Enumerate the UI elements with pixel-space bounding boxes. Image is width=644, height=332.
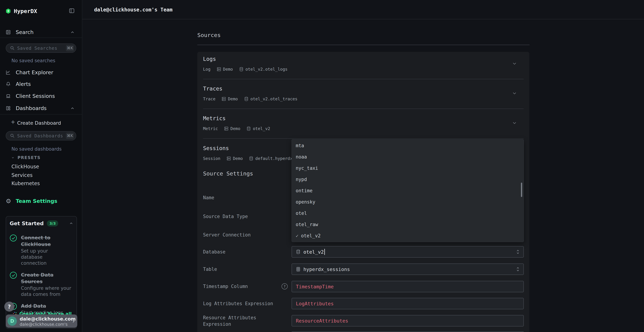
timestamp-help-icon[interactable]: ?	[282, 283, 288, 290]
user-email: dale@clickhouse.com	[20, 316, 76, 322]
section-meta-logs[interactable]: Log Demo otel_v2.otel_logs	[203, 67, 288, 72]
dropdown-option-nyc-taxi[interactable]: nyc_taxi	[292, 162, 524, 174]
preset-services[interactable]: Services	[12, 172, 32, 178]
table-select[interactable]: hyperdx_sessions	[292, 264, 524, 275]
section-meta-metrics[interactable]: Metric Demo otel_v2	[203, 126, 270, 131]
sidebar-item-team-settings[interactable]: ⚙ Team Settings	[0, 196, 82, 206]
divider	[197, 45, 530, 45]
dropdown-option-otel[interactable]: otel	[292, 208, 524, 219]
label-database: Database	[203, 249, 226, 255]
option-label: mta	[296, 143, 304, 148]
saved-dashboards-placeholder: Saved Dashboards	[17, 133, 63, 138]
section-meta-traces[interactable]: Trace Demo otel_v2.otel_traces	[203, 96, 298, 101]
check-circle-icon	[10, 272, 17, 297]
sidebar-item-label: Dashboards	[16, 105, 46, 111]
log-attributes-input[interactable]: LogAttributes	[292, 298, 524, 309]
log-attributes-value: LogAttributes	[296, 301, 334, 306]
timestamp-column-input[interactable]: TimestampTime	[292, 281, 524, 292]
hyperdx-app-window: HyperDX Search Saved Searches ⌘K No save…	[0, 0, 644, 332]
divider	[203, 138, 524, 139]
topbar: dale@clickhouse.com's Team	[82, 0, 644, 19]
sidebar-item-client-sessions[interactable]: Client Sessions	[0, 91, 82, 101]
create-dashboard-button[interactable]: + Create Dashboard	[0, 118, 82, 128]
option-label: otel_v2	[301, 233, 321, 238]
search-icon	[10, 46, 15, 50]
option-label: otel_raw	[296, 222, 318, 227]
preset-kubernetes[interactable]: Kubernetes	[12, 180, 40, 186]
resource-attributes-input[interactable]: ResourceAttributes	[292, 315, 524, 326]
dropdown-option-otel-v2-selected[interactable]: ✓ otel_v2	[292, 230, 524, 241]
dropdown-option-mta[interactable]: mta	[292, 140, 524, 151]
plus-icon: +	[11, 119, 15, 125]
get-started-header[interactable]: Get Started 3/3	[10, 220, 73, 226]
create-dashboard-label: Create Dashboard	[17, 120, 61, 126]
collapse-sidebar-icon[interactable]	[69, 8, 74, 13]
shortcut-badge: ⌘K	[66, 132, 74, 139]
label-timestamp-column: Timestamp Column	[203, 283, 248, 290]
section-title-sessions: Sessions	[203, 145, 229, 151]
table-name: otel_v2.otel_logs	[246, 67, 288, 72]
divider	[203, 79, 524, 79]
question-mark: ?	[284, 284, 286, 288]
chevron-down-icon[interactable]	[512, 61, 517, 66]
source-type: Metric	[203, 126, 218, 131]
chevron-up-icon[interactable]	[70, 30, 74, 34]
user-org: dale@clickhouse.com's	[20, 322, 68, 327]
dropdown-scrollbar-thumb[interactable]	[521, 183, 522, 197]
table-value: hyperdx_sessions	[304, 266, 350, 272]
page-title: Sources	[197, 32, 221, 38]
get-started-item-desc: Configure where your data comes from	[21, 285, 73, 297]
get-started-item-title: Create Data Sources	[21, 272, 73, 285]
chart-icon	[6, 70, 11, 75]
get-started-item-sources[interactable]: Create Data Sources Configure where your…	[10, 272, 73, 297]
connection-name: Demo	[233, 156, 243, 161]
user-menu[interactable]: D dale@clickhouse.com dale@clickhouse.co…	[6, 314, 77, 328]
source-type: Log	[203, 67, 210, 72]
sidebar-item-label: Search	[16, 29, 34, 35]
timestamp-column-value: TimestampTime	[296, 284, 334, 290]
onboarding-teaser: Great job! You're all set!	[12, 311, 73, 314]
chevron-up-icon[interactable]	[70, 106, 74, 110]
team-settings-label: Team Settings	[16, 198, 57, 204]
saved-dashboards-input[interactable]: Saved Dashboards ⌘K	[6, 131, 76, 140]
sidebar-item-label: Chart Explorer	[16, 70, 53, 76]
dropdown-option-ontime[interactable]: ontime	[292, 185, 524, 196]
option-label: otel	[296, 210, 307, 216]
help-button[interactable]: ?	[4, 302, 14, 312]
get-started-progress-badge: 3/3	[47, 220, 58, 226]
sidebar-item-alerts[interactable]: Alerts	[0, 79, 82, 89]
check-circle-icon	[10, 234, 17, 266]
search-icon	[10, 134, 15, 138]
table-name: otel_v2	[253, 126, 270, 131]
option-label: opensky	[296, 199, 316, 205]
sidebar-item-dashboards[interactable]: Dashboards	[0, 103, 82, 113]
get-started-item-connect[interactable]: Connect to ClickHouse Set up your databa…	[10, 234, 73, 266]
sidebar-item-search[interactable]: Search	[0, 27, 82, 37]
table-name: otel_v2.otel_traces	[250, 96, 298, 101]
dropdown-option-otel-raw[interactable]: otel_raw	[292, 219, 524, 230]
app-title: HyperDX	[14, 8, 37, 14]
presets-label: PRESETS	[18, 155, 40, 160]
section-meta-sessions[interactable]: Session Demo default.hyperdx_s	[203, 156, 292, 161]
sidebar-item-chart-explorer[interactable]: Chart Explorer	[0, 68, 82, 78]
connection-name: Demo	[228, 96, 238, 101]
saved-searches-input[interactable]: Saved Searches ⌘K	[6, 44, 76, 53]
source-type: Session	[203, 156, 220, 161]
chevron-down-icon	[12, 156, 14, 159]
dropdown-option-nypd[interactable]: nypd	[292, 174, 524, 185]
party-emoji-icon	[12, 311, 18, 314]
option-label: nyc_taxi	[296, 166, 318, 171]
database-select[interactable]: otel_v2	[292, 246, 524, 258]
chevron-up-icon[interactable]	[70, 222, 73, 225]
teaser-text: Great job! You're all set!	[19, 311, 73, 314]
hyperdx-logo-icon	[6, 8, 11, 14]
preset-clickhouse[interactable]: ClickHouse	[12, 164, 39, 170]
database-value: otel_v2	[304, 249, 324, 255]
dropdown-option-noaa[interactable]: noaa	[292, 151, 524, 162]
dropdown-option-opensky[interactable]: opensky	[292, 196, 524, 208]
chevron-down-icon[interactable]	[512, 120, 517, 125]
database-icon	[244, 96, 249, 101]
divider	[0, 38, 82, 38]
chevron-down-icon[interactable]	[512, 91, 517, 96]
presets-toggle[interactable]: PRESETS	[12, 155, 40, 160]
